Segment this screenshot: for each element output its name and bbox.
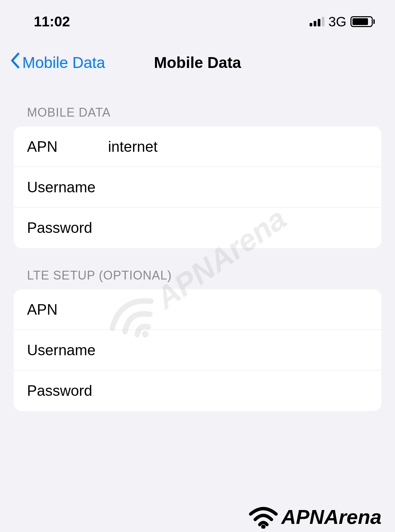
input-mobile-data-username[interactable] (108, 179, 368, 196)
network-type-label: 3G (328, 14, 346, 29)
status-bar: 11:02 3G (0, 0, 395, 37)
section-mobile-data: MOBILE DATA APN Username Password (0, 105, 395, 248)
row-lte-username[interactable]: Username (14, 330, 381, 370)
input-lte-password[interactable] (108, 382, 368, 399)
back-button[interactable]: Mobile Data (10, 52, 105, 73)
svg-point-1 (261, 525, 266, 529)
section-header-mobile-data: MOBILE DATA (14, 105, 381, 126)
row-mobile-data-apn[interactable]: APN (14, 126, 381, 167)
row-mobile-data-password[interactable]: Password (14, 208, 381, 248)
label-lte-username: Username (27, 342, 108, 359)
watermark-bottom: APNArena (248, 505, 381, 529)
section-lte-setup: LTE SETUP (OPTIONAL) APN Username Passwo… (0, 268, 395, 411)
input-lte-username[interactable] (108, 342, 368, 359)
label-lte-apn: APN (27, 301, 108, 318)
row-lte-apn[interactable]: APN (14, 289, 381, 330)
section-body-lte-setup: APN Username Password (14, 289, 381, 411)
row-lte-password[interactable]: Password (14, 370, 381, 411)
section-header-lte-setup: LTE SETUP (OPTIONAL) (14, 268, 381, 289)
chevron-left-icon (10, 52, 20, 73)
input-mobile-data-apn[interactable] (108, 138, 368, 155)
navigation-bar: Mobile Data Mobile Data (0, 37, 395, 85)
label-username: Username (27, 179, 108, 196)
input-mobile-data-password[interactable] (108, 219, 368, 236)
status-time: 11:02 (34, 14, 70, 30)
watermark-text-bottom: APNArena (281, 505, 381, 529)
input-lte-apn[interactable] (108, 301, 368, 318)
label-password: Password (27, 219, 108, 236)
row-mobile-data-username[interactable]: Username (14, 167, 381, 208)
label-apn: APN (27, 138, 108, 155)
wifi-icon (248, 505, 279, 529)
battery-icon (350, 16, 375, 27)
back-label: Mobile Data (22, 53, 105, 72)
signal-strength-icon (310, 17, 324, 26)
section-body-mobile-data: APN Username Password (14, 126, 381, 248)
label-lte-password: Password (27, 382, 108, 399)
status-right: 3G (310, 14, 375, 29)
